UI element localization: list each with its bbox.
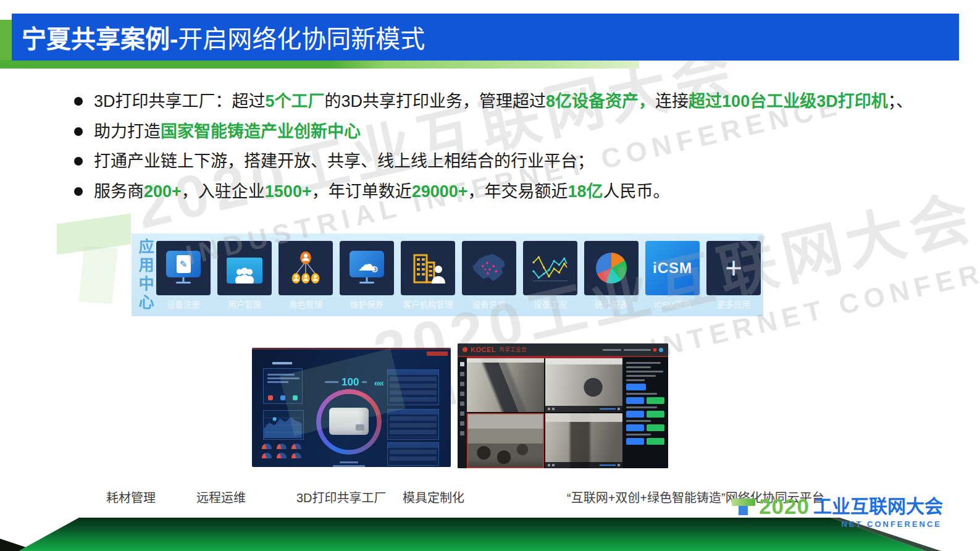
bullet-text: ，年交易额近 — [468, 182, 568, 201]
sidebar-icon — [460, 402, 464, 406]
dashboard-gauges — [262, 444, 306, 458]
bullet-highlight: 超过100台工业级3D打印机 — [689, 92, 888, 111]
app-role-management: 角色管理 — [279, 241, 333, 310]
bullet-text: 人民币。 — [603, 182, 670, 201]
bullet-highlight: 国家智能铸造产业创新中心 — [161, 122, 361, 141]
panel-button — [647, 397, 664, 404]
sidebar-icon — [460, 421, 464, 426]
app-tile — [523, 241, 577, 295]
app-label: 设备注册 — [153, 298, 214, 310]
camera-feed-1 — [467, 357, 544, 412]
app-stats-report: 统计报表 — [584, 241, 639, 310]
icsm-logo-icon: iCSM — [653, 259, 692, 277]
bullet-highlight: 8亿设备资产， — [546, 92, 655, 111]
app-more: + 更多应用 — [706, 241, 761, 310]
dashboard-table-panel — [387, 409, 439, 440]
camera-monitor-screenshot: KOCEL 共享工业云 — [458, 343, 668, 468]
kocel-control-panel — [622, 357, 668, 468]
app-icsm-home: iCSM ICSM首页 — [645, 241, 700, 310]
plus-icon: + — [725, 253, 742, 283]
line-chart-icon — [532, 253, 569, 283]
dashboard-red-tag — [427, 351, 448, 356]
panel-button — [626, 411, 644, 418]
dashboard-machine-caption — [329, 460, 369, 467]
dashboard-info-panel — [263, 368, 303, 404]
alert-icon — [653, 348, 656, 351]
conference-logo: 2020 工业互联网大会 NET CONFERENCE — [732, 495, 943, 529]
camera-grid — [467, 357, 622, 468]
camera-feed-3 — [467, 413, 544, 468]
app-tile: iCSM — [645, 241, 700, 295]
app-label: ICSM首页 — [642, 298, 703, 310]
dashboard-area-chart — [263, 410, 304, 440]
slide: 2020工业互联网大会 INDUSTRIAL INTERNET CONFEREN… — [0, 0, 980, 551]
camera-feed-4 — [545, 413, 622, 468]
bullet-item: 服务商200+，入驻企业1500+，年订单数近29000+，年交易额近18亿人民… — [69, 177, 913, 207]
app-label: 设备工况 — [520, 298, 580, 310]
sidebar-icon — [460, 362, 464, 366]
bullet-item: 打通产业链上下游，搭建开放、共享、线上线上相结合的行业平台； — [69, 146, 913, 177]
sidebar-icon — [460, 411, 464, 416]
page-title-rest: 开启网络化协同新模式 — [178, 19, 425, 55]
title-green-underline — [0, 60, 639, 69]
dashboard-metric-value: 100 — [341, 377, 359, 387]
app-user-management: 用户管理 — [217, 241, 272, 310]
cloud-gear-icon: ☁⚙ — [350, 251, 384, 285]
sidebar-icon — [460, 382, 464, 386]
panel-button — [626, 438, 644, 445]
kocel-product-name: 共享工业云 — [499, 347, 527, 353]
panel-button — [626, 397, 644, 404]
bullet-item: 3D打印共享工厂：超过5个工厂的3D共享打印业务，管理超过8亿设备资产，连接超过… — [69, 86, 913, 117]
app-device-overview: 设备总览 — [462, 241, 516, 310]
building-person-icon — [411, 252, 445, 284]
bullet-text: 打通产业链上下游，搭建开放、共享、线上线上相结合的行业平台； — [94, 152, 594, 170]
app-label: 设备总览 — [459, 298, 519, 310]
bullet-text: 连接 — [655, 92, 689, 111]
bullet-text: 的3D共享打印业务，管理超过 — [325, 92, 547, 111]
kocel-logo-icon — [463, 347, 467, 352]
sidebar-icon — [460, 392, 464, 396]
bullet-highlight: 29000+ — [412, 182, 468, 201]
volume-slider — [600, 408, 616, 410]
dashboard-status-icons — [268, 395, 298, 400]
pencil-tablet-icon: ✎ — [166, 251, 201, 285]
app-tile: ✎ — [156, 241, 211, 295]
sidebar-icon — [460, 372, 464, 376]
app-label: 更多应用 — [703, 298, 764, 310]
app-device-condition: 设备工况 — [523, 241, 577, 310]
app-tile — [279, 241, 333, 295]
title-green-accent — [0, 20, 12, 63]
pie-chart-icon — [596, 253, 627, 284]
org-tree-icon — [289, 251, 322, 285]
printer-machine-image — [329, 408, 369, 435]
bullet-text: ，入驻企业 — [182, 182, 265, 201]
china-map-icon — [470, 251, 508, 285]
users-folder-icon — [227, 258, 262, 284]
app-center-strip: 应用中心 ✎ 设备注册 用户管理 — [132, 233, 763, 316]
caption-consumables: 耗材管理 — [106, 488, 156, 506]
conference-year: 2020 — [759, 495, 810, 517]
sidebar-icon — [460, 431, 464, 435]
page-title-emphasis: 宁夏共享案例- — [22, 19, 178, 55]
app-label: 客户机构管理 — [398, 298, 458, 310]
app-label: 统计报表 — [581, 298, 642, 310]
conference-logo-icon — [732, 497, 755, 516]
panel-button — [626, 424, 644, 431]
app-tile: + — [706, 241, 761, 295]
kocel-brand: KOCEL — [471, 347, 496, 353]
user-avatar-icon — [659, 348, 663, 352]
dashboard-metric: 100 — [325, 377, 367, 387]
bullet-highlight: 18亿 — [568, 182, 603, 201]
title-bar: 宁夏共享案例- 开启网络化协同新模式 — [12, 14, 959, 61]
app-label: 角色管理 — [275, 298, 336, 310]
app-device-register: ✎ 设备注册 — [156, 241, 211, 310]
conference-subtitle: NET CONFERENCE — [841, 519, 942, 529]
app-customer-org: 客户机构管理 — [401, 241, 455, 310]
bullet-text: 3D打印共享工厂：超过 — [94, 92, 266, 111]
green-logo-watermark — [57, 209, 137, 308]
kocel-header-meta — [603, 348, 663, 352]
camera-control-bar — [545, 462, 622, 468]
volume-slider — [600, 465, 616, 466]
panel-button — [647, 424, 664, 431]
bullet-highlight: 1500+ — [265, 182, 312, 201]
